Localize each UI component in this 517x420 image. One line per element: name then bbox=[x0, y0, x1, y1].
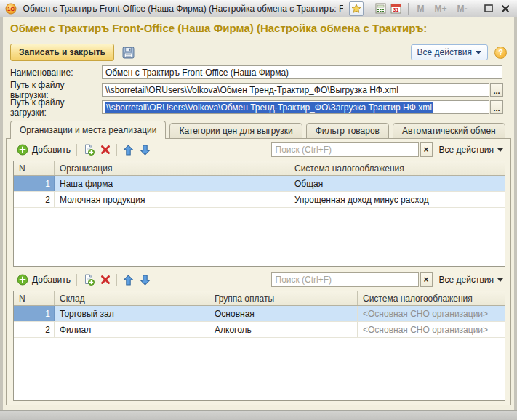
delete-icon bbox=[100, 145, 111, 155]
delete-icon bbox=[100, 275, 111, 285]
window-frame-bottom bbox=[0, 410, 517, 420]
search-clear-button[interactable]: × bbox=[420, 142, 433, 157]
chevron-down-icon bbox=[497, 148, 503, 152]
window-title: Обмен с Трактиръ Front-Office (Наша Фирм… bbox=[23, 4, 343, 14]
column-header[interactable]: Организация bbox=[55, 161, 289, 175]
row-number-cell[interactable]: 2 bbox=[14, 192, 55, 207]
table-cell[interactable]: Общая bbox=[289, 176, 505, 191]
all-actions-button[interactable]: Все действия bbox=[411, 44, 488, 60]
save-button[interactable] bbox=[120, 44, 137, 60]
chevron-down-icon bbox=[476, 51, 481, 54]
toolbar-separator bbox=[76, 274, 77, 286]
search-input[interactable]: Поиск (Ctrl+F) bbox=[271, 272, 419, 287]
column-header[interactable]: N bbox=[14, 161, 55, 175]
app-window: 1С Обмен с Трактиръ Front-Office (Наша Ф… bbox=[0, 0, 517, 420]
maximize-button[interactable] bbox=[481, 2, 495, 15]
calendar-button[interactable]: 31 bbox=[390, 1, 403, 16]
app-icon: 1С bbox=[4, 1, 17, 16]
row-number-cell[interactable]: 1 bbox=[14, 176, 55, 191]
table-all-actions-button[interactable]: Все действия bbox=[439, 275, 503, 285]
table-cell[interactable]: Наша фирма bbox=[55, 176, 289, 191]
move-down-button[interactable] bbox=[137, 143, 153, 157]
copy-button[interactable] bbox=[80, 272, 97, 287]
name-input[interactable]: Обмен с Трактиръ Front-Office (Наша Фирм… bbox=[102, 65, 502, 79]
row-number-cell[interactable]: 1 bbox=[14, 306, 55, 321]
export-path-value: \\sborretail\ORUsers\Volkova\Обмен Тренд… bbox=[105, 85, 398, 95]
export-path-input[interactable]: \\sborretail\ORUsers\Volkova\Обмен Тренд… bbox=[102, 83, 489, 97]
table-cell[interactable]: Молочная продукция bbox=[55, 192, 289, 207]
tab-price-categories[interactable]: Категории цен для выгрузки bbox=[169, 123, 302, 139]
move-down-button[interactable] bbox=[137, 273, 153, 287]
floppy-icon bbox=[122, 47, 135, 59]
name-field-row: Наименование: Обмен с Трактиръ Front-Off… bbox=[10, 65, 502, 79]
toolbar-separator bbox=[76, 144, 77, 156]
delete-button[interactable] bbox=[97, 143, 113, 156]
close-icon bbox=[501, 4, 510, 13]
add-label: Добавить bbox=[32, 145, 71, 155]
table-cell[interactable]: Алкоголь bbox=[209, 322, 358, 337]
svg-text:31: 31 bbox=[393, 7, 399, 12]
import-path-input[interactable]: \\sborretail\ORUsers\Volkova\Обмен Тренд… bbox=[102, 100, 489, 114]
memory-m-minus-button[interactable]: M- bbox=[453, 4, 470, 14]
column-header[interactable]: Группа оплаты bbox=[209, 291, 358, 305]
tab-automatic-exchange[interactable]: Автоматический обмен bbox=[393, 123, 505, 139]
table-cell[interactable]: Основная bbox=[209, 306, 358, 321]
organizations-toolbar: Добавить bbox=[11, 140, 506, 159]
move-up-button[interactable] bbox=[120, 143, 137, 157]
calculator-button[interactable] bbox=[374, 1, 387, 16]
chevron-down-icon bbox=[497, 278, 503, 282]
move-up-button[interactable] bbox=[120, 273, 137, 287]
import-path-value: \\sborretail\ORUsers\Volkova\Обмен Тренд… bbox=[105, 102, 433, 113]
titlebar-separator bbox=[408, 3, 409, 15]
tab-panel: Добавить bbox=[6, 138, 511, 405]
copy-button[interactable] bbox=[80, 142, 97, 157]
table-cell[interactable]: Упрощенная доход минус расход bbox=[289, 192, 505, 207]
row-number-cell[interactable]: 2 bbox=[14, 322, 55, 337]
memory-m-plus-button[interactable]: M+ bbox=[430, 4, 450, 14]
arrow-up-icon bbox=[123, 145, 134, 156]
add-button[interactable]: Добавить bbox=[14, 142, 73, 157]
import-path-browse-button[interactable]: ... bbox=[490, 100, 503, 114]
column-header[interactable]: Система налогооблажения bbox=[289, 161, 505, 175]
table-all-actions-button[interactable]: Все действия bbox=[439, 145, 503, 155]
table-cell[interactable]: <Основная СНО организации> bbox=[358, 306, 505, 321]
memory-m-button[interactable]: M bbox=[413, 4, 428, 14]
column-header[interactable]: Система налогооблажения bbox=[358, 291, 505, 305]
add-icon bbox=[17, 144, 28, 156]
calendar-icon: 31 bbox=[390, 3, 401, 14]
save-and-close-button[interactable]: Записать и закрыть bbox=[10, 44, 114, 61]
close-button[interactable] bbox=[499, 2, 513, 15]
table-cell[interactable]: <Основная СНО организации> bbox=[358, 322, 505, 337]
arrow-down-icon bbox=[140, 275, 151, 286]
table-row[interactable]: 1Наша фирмаОбщая bbox=[14, 176, 505, 192]
titlebar: 1С Обмен с Трактиръ Front-Office (Наша Ф… bbox=[0, 0, 517, 17]
table-cell[interactable]: Торговый зал bbox=[55, 306, 209, 321]
table-row[interactable]: 2ФилиалАлкоголь<Основная СНО организации… bbox=[14, 322, 505, 338]
name-label: Наименование: bbox=[10, 68, 102, 78]
main-toolbar: Записать и закрыть Все действия ? bbox=[10, 42, 507, 62]
page-title: Обмен с Трактиръ Front-Office (Наша Фирм… bbox=[10, 22, 510, 34]
tab-organizations[interactable]: Организации и места реализации bbox=[10, 121, 166, 139]
export-path-browse-button[interactable]: ... bbox=[490, 83, 503, 97]
tab-goods-filter[interactable]: Фильтр товаров bbox=[306, 123, 389, 139]
toolbar-separator bbox=[116, 144, 117, 156]
add-icon bbox=[17, 274, 28, 286]
maximize-icon bbox=[484, 4, 493, 12]
add-button[interactable]: Добавить bbox=[14, 272, 73, 287]
table-row[interactable]: 2Молочная продукцияУпрощенная доход мину… bbox=[14, 192, 505, 208]
import-path-field-row: Путь к файлу загрузки: \\sborretail\ORUs… bbox=[10, 100, 503, 114]
delete-button[interactable] bbox=[97, 273, 113, 286]
favorites-button[interactable] bbox=[349, 1, 364, 16]
arrow-up-icon bbox=[123, 275, 134, 286]
help-button[interactable]: ? bbox=[494, 47, 507, 59]
all-actions-label: Все действия bbox=[417, 47, 472, 57]
table-cell[interactable]: Филиал bbox=[55, 322, 209, 337]
table-row[interactable]: 1Торговый залОсновная<Основная СНО орган… bbox=[14, 306, 505, 322]
column-header[interactable]: Склад bbox=[55, 291, 209, 305]
search-clear-button[interactable]: × bbox=[420, 272, 433, 287]
warehouses-toolbar: Добавить bbox=[11, 270, 506, 289]
column-header[interactable]: N bbox=[14, 291, 55, 305]
titlebar-separator bbox=[476, 3, 476, 15]
name-value: Обмен с Трактиръ Front-Office (Наша Фирм… bbox=[105, 68, 289, 78]
search-input[interactable]: Поиск (Ctrl+F) bbox=[271, 142, 419, 157]
